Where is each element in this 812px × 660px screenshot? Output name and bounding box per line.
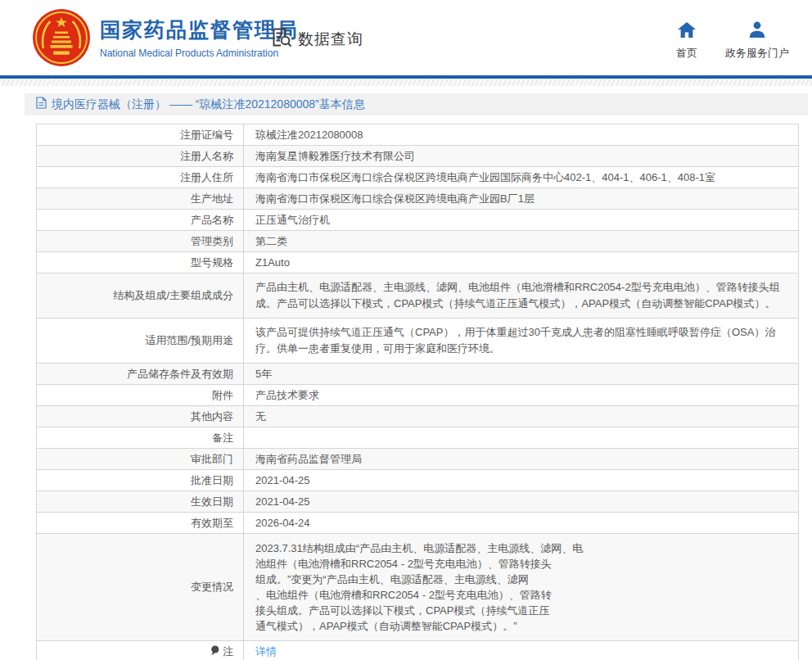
- site-header: 国家药品监督管理局 National Medical Products Admi…: [0, 0, 812, 75]
- row-label: 管理类别: [37, 231, 244, 252]
- home-icon: [677, 21, 697, 42]
- national-emblem-icon: [31, 57, 92, 70]
- table-row: 注册人名称 海南复星博毅雅医疗技术有限公司: [37, 146, 799, 167]
- row-value: 产品由主机、电源适配器、主电源线、滤网、电池组件（电池滑槽和RRC2054-2型…: [244, 273, 799, 319]
- row-label: 注册证编号: [37, 124, 244, 146]
- row-label: 产品储存条件及有效期: [37, 364, 244, 385]
- data-query-icon: [270, 26, 292, 52]
- table-row: 其他内容 无: [37, 406, 799, 427]
- table-row: 注册人住所 海南省海口市保税区海口综合保税区跨境电商产业园国际商务中心402-1…: [37, 167, 799, 188]
- nav-home-label: 首页: [676, 46, 697, 61]
- registration-info-table: 注册证编号 琼械注准20212080008 注册人名称 海南复星博毅雅医疗技术有…: [36, 124, 812, 660]
- document-icon: [36, 97, 47, 112]
- row-value: 详情: [244, 641, 799, 660]
- row-value: 2021-04-25: [244, 491, 799, 513]
- row-value: 产品技术要求: [244, 385, 799, 406]
- national-emblem-logo[interactable]: [31, 7, 92, 68]
- nav-data-query[interactable]: 数据查询: [270, 26, 363, 52]
- table-row: 产品名称 正压通气治疗机: [37, 210, 799, 231]
- row-label: 产品名称: [37, 210, 244, 231]
- table-row: 批准日期 2021-04-25: [37, 470, 799, 491]
- row-value: 无: [244, 406, 799, 427]
- row-label: 附件: [37, 385, 244, 406]
- nav-home[interactable]: 首页: [676, 21, 697, 61]
- row-label: 审批部门: [37, 449, 244, 470]
- table-row: 生效日期 2021-04-25: [37, 491, 799, 513]
- row-value: 2021-04-25: [244, 470, 799, 491]
- row-value: 海南省海口市保税区海口综合保税区跨境电商产业园国际商务中心402-1、404-1…: [244, 167, 799, 188]
- table-row: 附件 产品技术要求: [37, 385, 799, 406]
- row-value: 琼械注准20212080008: [244, 124, 799, 146]
- table-row: 型号规格 Z1Auto: [37, 252, 799, 273]
- row-label: 注: [37, 641, 244, 660]
- data-query-label: 数据查询: [298, 29, 363, 50]
- table-row: 产品储存条件及有效期 5年: [37, 364, 799, 385]
- table-row: 结构及组成/主要组成成分 产品由主机、电源适配器、主电源线、滤网、电池组件（电池…: [37, 273, 799, 319]
- brand-title: 国家药品监督管理局: [100, 16, 299, 43]
- table-row: 备注: [37, 427, 799, 449]
- row-value: 2023.7.31结构组成由“产品由主机、电源适配器、主电源线、滤网、电 池组件…: [244, 534, 799, 641]
- row-label: 型号规格: [37, 252, 244, 273]
- row-value: 海南省药品监督管理局: [244, 449, 799, 470]
- row-label: 有效期至: [37, 513, 244, 534]
- table-row: 审批部门 海南省药品监督管理局: [37, 449, 799, 470]
- table-row: 生产地址 海南省海口市保税区海口综合保税区跨境电商产业园B厂1层: [37, 188, 799, 210]
- row-value: 该产品可提供持续气道正压通气（CPAP），用于体重超过30千克成人患者的阻塞性睡…: [244, 319, 799, 364]
- breadcrumb: 境内医疗器械（注册） —— “琼械注准20212080008”基本信息: [25, 93, 808, 115]
- row-label: 注册人名称: [37, 146, 244, 167]
- note-label-text: 注: [223, 644, 233, 659]
- row-label: 生产地址: [37, 188, 244, 210]
- row-value: 第二类: [244, 231, 799, 252]
- table-row: 管理类别 第二类: [37, 231, 799, 252]
- table-row: 有效期至 2026-04-24: [37, 513, 799, 534]
- row-label: 变更情况: [37, 534, 244, 641]
- row-value: 海南复星博毅雅医疗技术有限公司: [244, 146, 799, 167]
- row-value: Z1Auto: [244, 252, 799, 273]
- table-row: 注册证编号 琼械注准20212080008: [37, 124, 799, 146]
- row-value: [244, 427, 799, 449]
- table-row: 变更情况 2023.7.31结构组成由“产品由主机、电源适配器、主电源线、滤网、…: [37, 534, 799, 641]
- nav-portal-label: 政务服务门户: [725, 46, 789, 61]
- row-value: 正压通气治疗机: [244, 210, 799, 231]
- row-label: 备注: [37, 427, 244, 449]
- table-row: 适用范围/预期用途 该产品可提供持续气道正压通气（CPAP），用于体重超过30千…: [37, 319, 799, 364]
- row-value: 2026-04-24: [244, 513, 799, 534]
- table-row: 注 详情: [37, 641, 799, 660]
- row-label: 批准日期: [37, 470, 244, 491]
- user-icon: [747, 21, 767, 42]
- brand-subtitle: National Medical Products Administration: [100, 47, 299, 59]
- row-value: 5年: [244, 364, 799, 385]
- row-label: 注册人住所: [37, 167, 244, 188]
- nav-portal[interactable]: 政务服务门户: [725, 21, 789, 61]
- row-label: 其他内容: [37, 406, 244, 427]
- row-label: 适用范围/预期用途: [37, 319, 244, 364]
- decor-stripe-band: [0, 79, 812, 86]
- detail-link[interactable]: 详情: [255, 645, 277, 658]
- row-label: 结构及组成/主要组成成分: [37, 273, 244, 319]
- row-value: 海南省海口市保税区海口综合保税区跨境电商产业园B厂1层: [244, 188, 799, 210]
- brand-block: 国家药品监督管理局 National Medical Products Admi…: [100, 16, 299, 59]
- row-label: 生效日期: [37, 491, 244, 513]
- note-icon: [210, 645, 219, 658]
- page-title: 境内医疗器械（注册） —— “琼械注准20212080008”基本信息: [52, 97, 365, 112]
- header-nav: 首页 政务服务门户: [676, 21, 789, 61]
